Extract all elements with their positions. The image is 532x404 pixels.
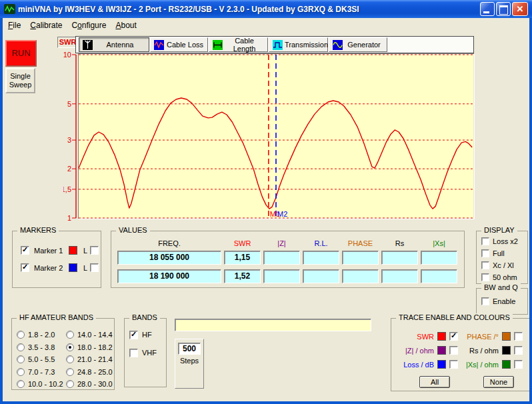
full-checkbox[interactable]	[481, 249, 489, 257]
values-panel-title: VALUES	[116, 226, 150, 234]
markers-panel: MARKERS Marker 1 L Marker 2 L	[12, 231, 101, 288]
cable-loss-icon	[154, 40, 164, 50]
svg-text:3: 3	[67, 136, 71, 144]
band-24.8-25.0-radio[interactable]	[66, 368, 74, 376]
display-option-row: 50 ohm	[481, 273, 527, 282]
xc-xl-checkbox[interactable]	[481, 261, 489, 269]
trace-none-button[interactable]: None	[483, 376, 514, 388]
band-radio-row: 18.0 - 18.2	[66, 341, 117, 354]
loss-x2-checkbox[interactable]	[481, 237, 489, 245]
frequency-input[interactable]	[175, 319, 371, 331]
menu-about[interactable]: About	[111, 19, 141, 31]
trace-phase-swatch[interactable]	[502, 332, 511, 341]
generator-icon	[333, 40, 343, 50]
svg-text:10: 10	[63, 51, 71, 59]
trace-row-phase: PHASE /°	[456, 331, 523, 341]
svg-text:M2: M2	[277, 210, 287, 218]
cable-length-icon	[213, 40, 223, 50]
window-border-left	[0, 0, 3, 404]
trace-row-loss: Loss / dB	[395, 359, 458, 369]
bw-and-q-panel: BW and Q Enable	[476, 288, 528, 315]
display-option-row: Full	[481, 249, 527, 258]
col-header-phase: PHASE	[342, 239, 379, 247]
marker1-row: Marker 1 L	[21, 245, 101, 256]
single-sweep-button[interactable]: Single Sweep	[5, 68, 35, 93]
fifty-ohm-label: 50 ohm	[493, 273, 517, 281]
app-window: miniVNA by IW3HEV & IW3IJZ - 2 Port - RS…	[0, 0, 532, 404]
run-button[interactable]: RUN	[5, 40, 37, 67]
full-label: Full	[493, 249, 505, 257]
band-21.0-21.4-radio[interactable]	[66, 355, 74, 363]
minimize-button[interactable]	[480, 2, 495, 16]
trace-right-column: PHASE /° Rs / ohm |Xs| / ohm	[456, 331, 523, 373]
trace-left-column: SWR |Z| / ohm Loss / dB	[395, 331, 458, 373]
display-option-row: Xc / Xl	[481, 261, 527, 270]
marker1-color-swatch[interactable]	[69, 246, 77, 255]
col-header-xs: |Xs|	[421, 239, 457, 247]
values-row-marker2: 18 190 000 1,52	[117, 269, 464, 283]
band-28.0-30.0-radio[interactable]	[66, 380, 74, 388]
band-1.8-2.0-radio[interactable]	[17, 331, 25, 339]
values-panel: VALUES FREQ. SWR |Z| R.L. PHASE Rs |Xs| …	[111, 231, 465, 288]
col-header-rs: Rs	[381, 239, 418, 247]
band-radio-row: 14.0 - 14.4	[66, 329, 117, 341]
trace-all-button[interactable]: All	[419, 376, 450, 388]
antenna-icon	[83, 40, 93, 50]
band-radio-row: 10.0 - 10.2	[17, 378, 66, 391]
m2-freq-field: 18 190 000	[117, 269, 221, 283]
trace-rs-swatch[interactable]	[502, 346, 511, 355]
band-5.0-5.5-radio[interactable]	[17, 355, 25, 363]
marker2-checkbox[interactable]	[21, 263, 29, 272]
trace-swr-swatch[interactable]	[437, 332, 446, 341]
col-header-swr: SWR	[224, 239, 261, 247]
svg-text:1,5: 1,5	[63, 185, 71, 193]
col-header-freq: FREQ.	[117, 239, 221, 247]
menu-configure[interactable]: Configure	[67, 19, 111, 31]
band-18.0-18.2-radio[interactable]	[66, 343, 74, 351]
steps-label: Steps	[175, 357, 203, 365]
band-7.0-7.3-radio[interactable]	[17, 368, 25, 376]
svg-text:1: 1	[67, 214, 71, 222]
band-10.0-10.2-radio[interactable]	[17, 380, 25, 388]
bwq-enable-checkbox[interactable]	[481, 297, 489, 305]
trace-rs-checkbox[interactable]	[514, 346, 523, 355]
hf-label: HF	[142, 331, 152, 339]
marker2-l-checkbox[interactable]	[90, 263, 99, 272]
vhf-checkbox[interactable]	[129, 349, 138, 357]
trace-loss-swatch[interactable]	[437, 360, 446, 369]
band-14.0-14.4-radio[interactable]	[66, 331, 74, 339]
vhf-band-row: VHF	[129, 347, 166, 358]
window-title: miniVNA by IW3HEV & IW3IJZ - 2 Port - RS…	[18, 5, 479, 14]
trace-row-z: |Z| / ohm	[395, 345, 458, 355]
bw-and-q-title: BW and Q	[481, 283, 521, 291]
marker2-color-swatch[interactable]	[69, 263, 77, 272]
trace-row-rs: Rs / ohm	[456, 345, 523, 355]
hf-checkbox[interactable]	[129, 331, 138, 339]
display-panel-title: DISPLAY	[481, 226, 517, 234]
close-button[interactable]	[512, 2, 528, 16]
menu-file[interactable]: File	[3, 19, 25, 31]
trace-loss-label: Loss / dB	[395, 361, 434, 369]
xc-xl-label: Xc / Xl	[493, 261, 514, 269]
markers-panel-title: MARKERS	[17, 226, 59, 234]
tab-antenna-label: Antenna	[95, 41, 145, 49]
trace-phase-checkbox[interactable]	[514, 332, 523, 341]
tab-transmission-label: Transmission	[285, 41, 328, 49]
trace-xs-swatch[interactable]	[502, 360, 511, 369]
fifty-ohm-checkbox[interactable]	[481, 273, 489, 281]
swr-chart: 105321,51M1M2	[63, 50, 479, 226]
band-3.5-3.8-radio[interactable]	[17, 343, 25, 351]
trace-z-swatch[interactable]	[437, 346, 446, 355]
marker1-checkbox[interactable]	[21, 246, 29, 255]
menu-calibrate[interactable]: Calibrate	[25, 19, 67, 31]
band-radio-row: 3.5 - 3.8	[17, 341, 66, 354]
marker1-l-checkbox[interactable]	[90, 246, 99, 255]
trace-xs-checkbox[interactable]	[514, 360, 523, 369]
tab-cable-loss-label: Cable Loss	[166, 41, 204, 49]
trace-row-xs: |Xs| / ohm	[456, 359, 523, 369]
m2-phase-field	[342, 269, 379, 283]
maximize-button[interactable]	[496, 2, 511, 16]
steps-input[interactable]: 500	[178, 343, 201, 355]
m2-swr-field: 1,52	[224, 269, 261, 283]
m1-swr-field: 1,15	[224, 251, 261, 265]
